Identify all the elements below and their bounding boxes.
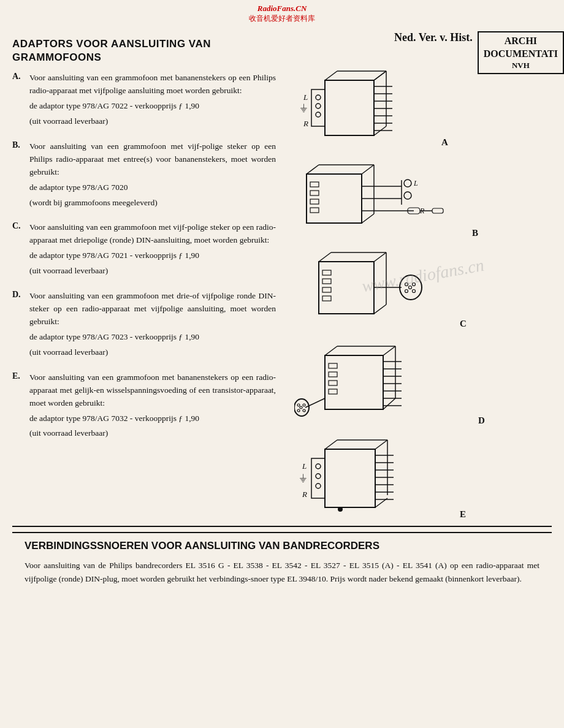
diagram-b: L R	[294, 159, 466, 238]
diagram-row-d: D	[294, 340, 564, 426]
diagram-row-a: L ⏚ R	[294, 68, 564, 148]
archi-line2: DOCUMENTATI	[484, 48, 558, 61]
ned-ver-text: Ned. Ver. v. Hist.	[394, 31, 473, 44]
section-item: A. Voor aansluiting van een grammofoon m…	[12, 72, 276, 128]
watermark-header: RadioFans.CN 收音机爱好者资料库	[0, 0, 564, 25]
diagram-row-b: L R B	[294, 159, 564, 238]
diagram-c	[294, 249, 454, 329]
svg-rect-45	[322, 279, 331, 284]
diagram-label-d: D	[478, 415, 492, 426]
svg-text:L: L	[303, 93, 308, 102]
svg-rect-61	[329, 363, 337, 368]
svg-point-55	[405, 283, 408, 286]
top-right-header: Ned. Ver. v. Hist. ARCHI DOCUMENTATI NVH	[394, 31, 564, 74]
svg-rect-46	[322, 287, 331, 292]
section-text: Voor aansluiting van een grammofoon met …	[29, 221, 276, 278]
svg-point-33	[404, 180, 411, 187]
svg-point-79	[297, 404, 300, 406]
type-info: de adaptor type 978/AG 7023 - verkooppri…	[29, 331, 276, 344]
main-heading: ADAPTORS VOOR AANSLUITING VAN GRAMMOFOON…	[12, 37, 276, 64]
svg-line-27	[362, 165, 374, 174]
svg-line-101	[375, 440, 387, 449]
svg-point-82	[303, 409, 305, 412]
svg-line-18	[374, 71, 386, 80]
page-container: RadioFans.CN 收音机爱好者资料库 ADAPTORS VOOR AAN…	[0, 0, 564, 728]
section-item: D. Voor aansluiting van een grammofoon m…	[12, 290, 276, 359]
svg-text:R: R	[303, 119, 308, 128]
section-text: Voor aansluiting van een grammofoon met …	[29, 371, 276, 441]
svg-point-5	[316, 95, 321, 100]
section-note: (uit voorraad leverbaar)	[29, 115, 276, 128]
svg-point-91	[316, 483, 321, 488]
svg-line-66	[383, 346, 395, 355]
svg-line-52	[374, 305, 386, 314]
svg-rect-0	[325, 80, 374, 135]
svg-point-37	[404, 192, 411, 199]
section-letter: C.	[12, 221, 29, 278]
diagram-row-c: C	[294, 249, 564, 329]
svg-text:⏚: ⏚	[300, 101, 307, 113]
svg-text:L: L	[413, 179, 418, 188]
section-letter: E.	[12, 371, 29, 441]
svg-point-80	[303, 404, 305, 406]
section-text: Voor aansluiting van een grammofoon met …	[29, 290, 276, 359]
svg-rect-64	[329, 389, 337, 394]
diagram-label-b: B	[472, 228, 486, 238]
section-note: (uit voorraad leverbaar)	[29, 427, 276, 440]
section-text: Voor aansluiting van een grammofoon met …	[29, 72, 276, 128]
svg-rect-24	[310, 199, 319, 204]
site-name: RadioFans.CN	[0, 4, 564, 13]
type-info: de adaptor type 978/AG 7022 - verkooppri…	[29, 100, 276, 113]
diagrams-area: L ⏚ R	[282, 68, 564, 520]
divider-line	[12, 526, 552, 527]
sections-container: A. Voor aansluiting van een grammofoon m…	[12, 72, 276, 440]
bottom-text: Voor aansluiting van de Philips bandreco…	[25, 559, 539, 585]
section-letter: D.	[12, 290, 29, 359]
svg-rect-25	[310, 208, 319, 213]
svg-rect-22	[310, 182, 319, 187]
section-note: (wordt bij grammofoons meegeleverd)	[29, 197, 276, 210]
diagram-row-e: L ⏚ R	[294, 437, 564, 520]
svg-rect-84	[325, 449, 375, 507]
left-column: ADAPTORS VOOR AANSLUITING VAN GRAMMOFOON…	[12, 31, 282, 520]
svg-point-57	[405, 290, 408, 293]
svg-point-54	[400, 275, 422, 300]
section-letter: A.	[12, 72, 29, 128]
section-text: Voor aansluiting van een grammofoon met …	[29, 140, 276, 210]
svg-line-65	[325, 346, 337, 355]
section-note: (uit voorraad leverbaar)	[29, 346, 276, 359]
svg-line-100	[325, 440, 337, 449]
svg-text:R: R	[302, 490, 307, 499]
archi-line3: NVH	[484, 61, 558, 71]
diagram-d	[294, 340, 472, 426]
svg-rect-21	[307, 174, 362, 223]
svg-point-59	[409, 286, 412, 289]
right-column: Ned. Ver. v. Hist. ARCHI DOCUMENTATI NVH	[282, 31, 564, 520]
diagram-a: L ⏚ R	[294, 68, 435, 148]
svg-point-7	[316, 112, 321, 117]
section-item: B. Voor aansluiting van een grammofoon m…	[12, 140, 276, 210]
svg-rect-62	[329, 372, 337, 377]
type-info: de adaptor type 978/AG 7021 - verkooppri…	[29, 249, 276, 262]
svg-line-69	[383, 398, 395, 409]
svg-text:L: L	[302, 461, 307, 471]
type-info: de adaptor type 978/AG 7032 - verkooppri…	[29, 412, 276, 425]
svg-point-92	[338, 507, 343, 512]
svg-rect-42	[432, 208, 443, 213]
archi-box: ARCHI DOCUMENTATI NVH	[478, 31, 564, 74]
diagram-label-a: A	[441, 137, 455, 148]
svg-point-6	[316, 104, 321, 108]
svg-text:⏚: ⏚	[300, 471, 307, 483]
svg-line-26	[307, 165, 319, 174]
svg-point-89	[316, 464, 321, 469]
type-info: de adaptor type 978/AG 7020	[29, 181, 276, 194]
svg-rect-23	[310, 191, 319, 195]
svg-line-15	[325, 71, 337, 80]
diagram-label-c: C	[460, 319, 473, 329]
diagram-e: L ⏚ R	[294, 437, 454, 520]
svg-point-81	[297, 409, 300, 412]
diagram-label-e: E	[460, 509, 473, 520]
svg-line-30	[362, 214, 374, 223]
section-item: E. Voor aansluiting van een grammofoon m…	[12, 371, 276, 441]
svg-rect-63	[329, 381, 337, 385]
